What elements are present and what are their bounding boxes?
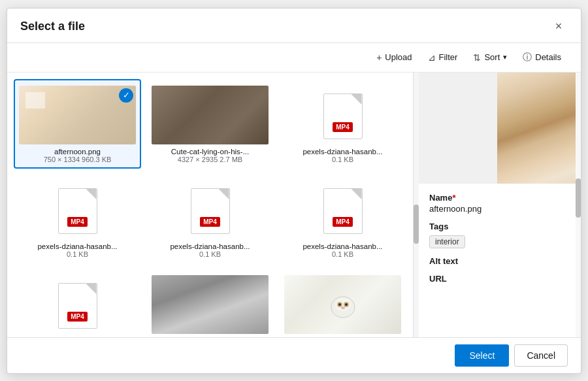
side-scrollbar-thumb [576,178,581,218]
mp4-icon-pexels3: MP4 [191,185,230,234]
grid-scrollbar[interactable] [414,73,419,337]
whitecat-thumbnail [284,275,401,334]
sort-label: Sort [484,52,500,62]
side-panel-scrollbar[interactable] [576,73,581,337]
tag-chip-wrapper: interior [429,233,565,248]
file-item-pexels1[interactable]: MP4 pexels-dziana-hasanb... 0.1 KB [279,79,406,169]
file-meta-pexels2: 0.1 KB [67,250,88,258]
file-item-whitecat[interactable] [279,269,406,337]
select-button[interactable]: Select [455,344,509,367]
file-item-pexels2[interactable]: MP4 pexels-dziana-hasanb... 0.1 KB [14,174,141,263]
details-label: Details [535,52,561,62]
file-meta-pexels1: 0.1 KB [332,156,353,163]
file-name-cute-cat: Cute-cat-lying-on-his-... [152,148,269,156]
side-panel: Name* afternoon.png Tags interior Alt te… [419,73,576,337]
file-item-cat2[interactable] [146,269,274,337]
preview-checker-left [419,73,497,184]
mp4-badge: MP4 [333,122,353,132]
details-button[interactable]: ⓘ Details [516,48,568,67]
file-name-afternoon: afternoon.png [19,148,136,156]
mp4-icon-pexels1: MP4 [323,90,363,139]
file-thumb-pexels4: MP4 [284,180,401,239]
cat-thumbnail [152,86,269,144]
tags-label: Tags [429,222,565,231]
mp4-badge-5: MP4 [67,312,88,322]
file-thumb-cute-cat [152,86,269,144]
file-thumb-whitecat [284,275,401,334]
sort-chevron-icon: ▾ [503,53,507,61]
tag-chip-interior: interior [429,235,465,248]
upload-button[interactable]: + Upload [370,49,418,66]
mp4-badge-4: MP4 [333,217,353,227]
info-icon: ⓘ [523,52,532,63]
dialog-footer: Select Cancel [7,337,581,373]
preview-area [419,73,576,184]
file-thumb-pexels3: MP4 [152,180,269,239]
file-name-pexels2: pexels-dziana-hasanb... [19,242,136,250]
file-name-pexels3: pexels-dziana-hasanb... [152,242,269,250]
file-thumb-pexels5: MP4 [19,275,136,334]
file-name-pexels4: pexels-dziana-hasanb... [284,242,401,250]
file-item-pexels3[interactable]: MP4 pexels-dziana-hasanb... 0.1 KB [146,174,274,263]
upload-label: Upload [385,52,412,62]
file-select-dialog: Select a file × + Upload ⊿ Filter ⇅ Sort… [7,8,581,374]
svg-point-6 [341,306,345,309]
dialog-title: Select a file [20,20,85,33]
file-name-pexels1: pexels-dziana-hasanb... [284,148,401,156]
file-grid-wrapper[interactable]: ✓ afternoon.png 750 × 1334 960.3 KB Cute… [7,73,414,337]
plus-icon: + [376,52,382,63]
file-thumb-cat2 [152,275,269,334]
file-item-pexels4[interactable]: MP4 pexels-dziana-hasanb... 0.1 KB [279,174,406,263]
url-label: URL [429,274,565,284]
filter-label: Filter [439,52,458,62]
file-meta-pexels3: 0.1 KB [199,250,221,258]
mp4-icon-pexels5: MP4 [58,280,97,329]
room-preview-image [497,73,576,184]
sort-icon: ⇅ [473,52,481,63]
file-meta-pexels4: 0.1 KB [332,250,353,258]
svg-point-5 [345,303,348,306]
name-value: afternoon.png [429,204,565,214]
mp4-icon-pexels4: MP4 [323,185,363,234]
sort-button[interactable]: ⇅ Sort ▾ [466,49,514,66]
file-thumb-afternoon: ✓ [19,86,136,144]
mp4-icon-pexels2: MP4 [58,185,97,234]
mp4-badge-3: MP4 [200,217,220,227]
cat2-thumbnail [152,275,269,334]
file-item-afternoon[interactable]: ✓ afternoon.png 750 × 1334 960.3 KB [14,79,141,169]
file-details: Name* afternoon.png Tags interior Alt te… [419,184,576,337]
content-area: ✓ afternoon.png 750 × 1334 960.3 KB Cute… [7,73,581,337]
file-grid: ✓ afternoon.png 750 × 1334 960.3 KB Cute… [14,79,406,337]
close-button[interactable]: × [549,18,568,36]
toolbar: + Upload ⊿ Filter ⇅ Sort ▾ ⓘ Details [7,43,581,73]
filter-icon: ⊿ [428,52,436,63]
file-item-cute-cat[interactable]: Cute-cat-lying-on-his-... 4327 × 2935 2.… [146,79,274,169]
dialog-header: Select a file × [7,8,581,43]
svg-point-4 [338,303,341,306]
file-item-pexels5[interactable]: MP4 pexels-dziana-hasanb... 0.1 KB [14,269,141,337]
file-meta-afternoon: 750 × 1334 960.3 KB [44,156,112,163]
filter-button[interactable]: ⊿ Filter [421,49,465,66]
file-meta-cute-cat: 4327 × 2935 2.7 MB [178,156,242,163]
file-thumb-pexels1: MP4 [284,86,401,144]
selected-checkmark: ✓ [119,88,133,103]
close-icon: × [555,20,563,33]
white-cat-svg [327,286,359,322]
name-label: Name* [429,193,565,203]
preview-image-right [497,73,576,184]
scrollbar-thumb [414,205,419,244]
required-star: * [452,193,455,203]
mp4-badge-2: MP4 [67,217,88,227]
alt-text-label: Alt text [429,256,565,266]
cancel-button[interactable]: Cancel [514,344,568,367]
file-thumb-pexels2: MP4 [19,180,136,239]
